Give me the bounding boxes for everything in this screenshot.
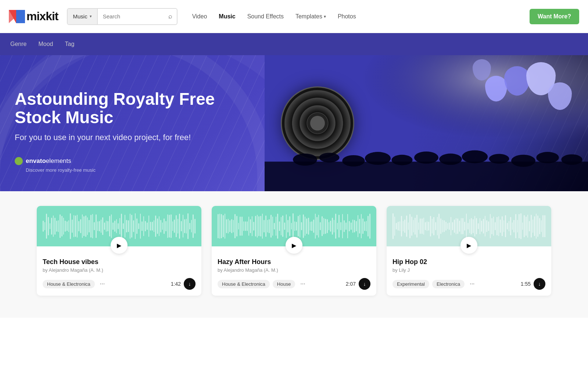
filter-genre[interactable]: Genre — [10, 41, 26, 47]
templates-chevron-icon: ▾ — [324, 14, 326, 19]
card-author-1: by Alejandro Magaña (A. M.) — [43, 267, 196, 273]
search-type-chevron-icon: ▾ — [90, 14, 92, 19]
svg-point-17 — [536, 152, 559, 163]
card-tag-1-0[interactable]: House & Electronica — [43, 280, 95, 288]
duration-1: 1:42 — [171, 281, 181, 287]
search-icon: ⌕ — [168, 13, 172, 20]
search-type-button[interactable]: Music ▾ — [68, 9, 97, 24]
card-footer-1: House & Electronica ··· 1:42 ↓ — [43, 278, 196, 290]
svg-point-13 — [439, 154, 462, 165]
download-icon-2: ↓ — [363, 281, 366, 287]
play-button-3[interactable]: ▶ — [460, 237, 477, 254]
search-submit-button[interactable]: ⌕ — [164, 13, 177, 20]
banner-imagery — [265, 55, 588, 191]
music-card-2: ▶ Hazy After Hours by Alejandro Magaña (… — [212, 206, 376, 296]
svg-rect-6 — [265, 162, 588, 192]
card-footer-2: House & Electronica House ··· 2:07 ↓ — [218, 278, 370, 290]
nav-item-video[interactable]: Video — [192, 13, 207, 20]
banner-content: Astounding Royalty Free Stock Music For … — [15, 90, 235, 173]
filter-bar: Genre Mood Tag — [0, 33, 588, 55]
svg-marker-1 — [16, 10, 25, 23]
music-card-1: ▶ Tech House vibes by Alejandro Magaña (… — [37, 206, 201, 296]
mixkit-logo-icon — [9, 10, 25, 23]
svg-point-8 — [319, 153, 340, 162]
card-body-3: Hip Hop 02 by Lily J Experimental Electr… — [387, 246, 551, 296]
download-button-2[interactable]: ↓ — [359, 278, 370, 290]
more-button-1[interactable]: ··· — [98, 279, 107, 289]
banner-subtitle: For you to use in your next video projec… — [15, 133, 235, 142]
want-more-button[interactable]: Want More? — [530, 9, 579, 24]
card-tag-3-0[interactable]: Experimental — [392, 280, 429, 288]
play-button-2[interactable]: ▶ — [286, 237, 302, 254]
download-icon-3: ↓ — [538, 281, 541, 287]
search-bar: Music ▾ ⌕ — [67, 8, 177, 25]
envato-logo[interactable]: envatoelements — [15, 157, 235, 165]
card-tag-2-1[interactable]: House — [273, 280, 295, 288]
play-button-1[interactable]: ▶ — [111, 237, 128, 254]
waveform-3[interactable]: ▶ — [387, 206, 551, 246]
cards-grid: ▶ Tech House vibes by Alejandro Magaña (… — [37, 206, 551, 296]
hero-banner: Astounding Royalty Free Stock Music For … — [0, 55, 588, 191]
nav-templates-label: Templates — [295, 13, 322, 20]
play-icon-1: ▶ — [117, 242, 121, 249]
filter-tag[interactable]: Tag — [65, 41, 75, 47]
music-cards-section: ▶ Tech House vibes by Alejandro Magaña (… — [0, 191, 588, 318]
envato-tagline: Discover more royalty-free music — [26, 167, 235, 173]
card-body-2: Hazy After Hours by Alejandro Magaña (A.… — [212, 246, 376, 296]
card-body-1: Tech House vibes by Alejandro Magaña (A.… — [37, 246, 201, 296]
svg-point-15 — [489, 154, 509, 164]
duration-2: 2:07 — [346, 281, 356, 287]
duration-3: 1:55 — [521, 281, 531, 287]
svg-point-11 — [391, 155, 412, 165]
main-nav: Video Music Sound Effects Templates ▾ Ph… — [192, 13, 356, 20]
filter-mood[interactable]: Mood — [38, 41, 53, 47]
card-title-3: Hip Hop 02 — [392, 258, 545, 266]
play-icon-3: ▶ — [467, 242, 471, 249]
download-button-3[interactable]: ↓ — [534, 278, 545, 290]
svg-point-18 — [561, 154, 582, 165]
header: mixkit Music ▾ ⌕ Video Music Sound Effec… — [0, 0, 588, 33]
download-button-1[interactable]: ↓ — [184, 278, 196, 290]
nav-item-templates[interactable]: Templates ▾ — [295, 13, 326, 20]
logo-text: mixkit — [26, 10, 58, 23]
svg-point-7 — [293, 154, 317, 166]
waveform-bars-3 — [387, 213, 551, 239]
svg-point-16 — [511, 155, 535, 167]
nav-item-photos[interactable]: Photos — [338, 13, 356, 20]
envato-name: envatoelements — [26, 157, 71, 165]
more-button-3[interactable]: ··· — [467, 279, 477, 289]
card-tag-3-1[interactable]: Electronica — [432, 280, 465, 288]
nav-item-sound-effects[interactable]: Sound Effects — [247, 13, 284, 20]
svg-point-9 — [342, 155, 365, 167]
svg-point-10 — [365, 152, 391, 165]
play-icon-2: ▶ — [292, 242, 296, 249]
waveform-bars-1 — [37, 213, 201, 239]
svg-point-14 — [462, 150, 488, 163]
waveform-bars-2 — [212, 213, 376, 239]
logo[interactable]: mixkit — [9, 10, 58, 23]
music-card-3: ▶ Hip Hop 02 by Lily J Experimental Elec… — [387, 206, 551, 296]
download-icon-1: ↓ — [189, 281, 191, 287]
more-button-2[interactable]: ··· — [298, 279, 307, 289]
svg-point-12 — [414, 152, 438, 164]
nav-item-music[interactable]: Music — [219, 13, 235, 20]
waveform-1[interactable]: ▶ — [37, 206, 201, 246]
card-author-3: by Lily J — [392, 267, 545, 273]
search-input[interactable] — [98, 13, 164, 19]
search-type-label: Music — [73, 13, 87, 19]
banner-title: Astounding Royalty Free Stock Music — [15, 90, 235, 127]
card-tag-2-0[interactable]: House & Electronica — [218, 280, 270, 288]
card-title-2: Hazy After Hours — [218, 258, 370, 266]
card-title-1: Tech House vibes — [43, 258, 196, 266]
waveform-2[interactable]: ▶ — [212, 206, 376, 246]
card-footer-3: Experimental Electronica ··· 1:55 ↓ — [392, 278, 545, 290]
card-author-2: by Alejandro Magaña (A. M.) — [218, 267, 370, 273]
envato-logo-icon — [15, 157, 23, 165]
